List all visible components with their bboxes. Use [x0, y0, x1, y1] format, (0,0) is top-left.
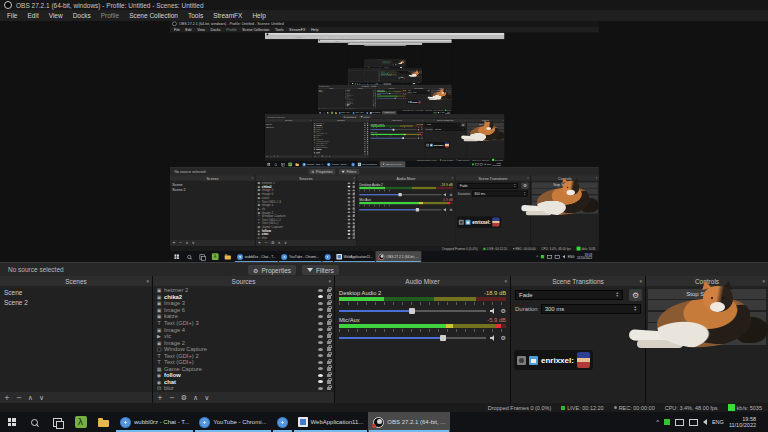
- taskbar-app-chromium[interactable]: [272, 412, 293, 432]
- taskbar-clock[interactable]: 19:5811/10/2022: [729, 416, 756, 429]
- channel-settings-gear-icon[interactable]: ⚙: [450, 192, 453, 196]
- visibility-eye-icon[interactable]: [318, 354, 323, 357]
- task-view-button[interactable]: [196, 251, 209, 262]
- lock-icon[interactable]: [327, 361, 331, 365]
- visibility-eye-icon[interactable]: [364, 141, 366, 142]
- channel-settings-gear-icon[interactable]: ⚙: [501, 334, 506, 341]
- speaker-icon[interactable]: [418, 137, 420, 139]
- lock-icon[interactable]: [327, 341, 331, 345]
- lock-icon[interactable]: [327, 328, 331, 332]
- lock-icon[interactable]: [327, 367, 331, 371]
- visibility-eye-icon[interactable]: [318, 328, 323, 331]
- menu-file[interactable]: File: [171, 28, 182, 32]
- visibility-eye-icon[interactable]: [364, 135, 366, 136]
- speaker-icon[interactable]: [403, 98, 404, 99]
- tray-network-icon[interactable]: [480, 163, 483, 165]
- dock-menu-icon[interactable]: ▾: [762, 278, 765, 284]
- language-indicator[interactable]: ENG: [568, 255, 575, 258]
- scenes-dock-header[interactable]: Scenes▾: [170, 175, 255, 181]
- menu-docks[interactable]: Docks: [208, 28, 224, 32]
- visibility-eye-icon[interactable]: [348, 233, 351, 235]
- taskbar-app-youtube[interactable]: YouTube - Chromi...: [194, 412, 271, 432]
- visibility-eye-icon[interactable]: [318, 289, 323, 292]
- tray-display-icon[interactable]: [547, 255, 552, 259]
- pinned-app-button[interactable]: λ: [209, 251, 222, 262]
- menu-docks[interactable]: Docks: [68, 12, 96, 19]
- tray-green-app-icon[interactable]: [472, 163, 474, 165]
- taskbar-clock[interactable]: 19:5811/10/2022: [492, 162, 500, 166]
- tray-green-app-icon[interactable]: [664, 419, 670, 425]
- speaker-icon[interactable]: [395, 73, 396, 74]
- visibility-eye-icon[interactable]: [318, 387, 323, 390]
- visibility-eye-icon[interactable]: [364, 127, 366, 128]
- visibility-eye-icon[interactable]: [364, 133, 366, 134]
- source-row[interactable]: TText (GDI+) 2: [153, 352, 334, 359]
- lock-icon[interactable]: [353, 186, 355, 188]
- language-indicator[interactable]: ENG: [712, 419, 724, 425]
- visibility-eye-icon[interactable]: [318, 341, 323, 344]
- scene-item[interactable]: Scene: [0, 287, 152, 297]
- channel-settings-gear-icon[interactable]: ⚙: [405, 97, 406, 98]
- volume-slider[interactable]: [339, 310, 486, 312]
- menu-profile[interactable]: Profile: [223, 28, 239, 32]
- tray-display-icon[interactable]: [436, 112, 438, 113]
- lock-icon[interactable]: [353, 237, 355, 239]
- visibility-eye-icon[interactable]: [318, 302, 323, 305]
- sources-dock-header[interactable]: Sources▾: [255, 175, 356, 181]
- taskbar-app-webapplication[interactable]: WebApplication11...: [333, 251, 375, 262]
- visibility-eye-icon[interactable]: [318, 374, 323, 377]
- visibility-eye-icon[interactable]: [364, 149, 366, 150]
- menu-profile[interactable]: Profile: [96, 12, 124, 19]
- scenes-dock-header[interactable]: Scenes▾: [0, 276, 152, 286]
- tray-green-app-icon[interactable]: [434, 112, 435, 113]
- tray-display-icon[interactable]: [475, 163, 478, 165]
- visibility-eye-icon[interactable]: [318, 380, 323, 383]
- visibility-eye-icon[interactable]: [348, 230, 351, 232]
- lock-icon[interactable]: [353, 219, 355, 221]
- language-indicator[interactable]: ENG: [442, 112, 444, 113]
- tray-volume-icon[interactable]: [703, 419, 707, 425]
- menu-tools[interactable]: Tools: [183, 12, 208, 19]
- taskbar-app-obs[interactable]: OBS 27.2.1 (64-bit, ...: [368, 412, 450, 432]
- tray-expand-icon[interactable]: ^: [536, 255, 538, 258]
- preview-canvas[interactable]: [364, 46, 406, 59]
- visibility-eye-icon[interactable]: [348, 201, 351, 203]
- scene-item[interactable]: Scene 2: [265, 125, 312, 128]
- taskbar-app-chat[interactable]: wubbl0rz - Chat - T...: [234, 251, 278, 262]
- visibility-eye-icon[interactable]: [364, 137, 366, 138]
- preview-canvas[interactable]: OBS 27.2.1 (64-bit, windows) - Profile: …: [348, 45, 423, 68]
- visibility-eye-icon[interactable]: [364, 145, 366, 146]
- tray-volume-icon[interactable]: [563, 255, 565, 258]
- channel-settings-gear-icon[interactable]: ⚙: [421, 137, 423, 139]
- search-button[interactable]: [23, 412, 46, 432]
- visibility-eye-icon[interactable]: [318, 367, 323, 370]
- scene-item[interactable]: Scene 2: [0, 297, 152, 307]
- tray-network-icon[interactable]: [689, 419, 698, 426]
- taskbar-app-webapplication[interactable]: WebApplication11...: [293, 412, 369, 432]
- tray-network-icon[interactable]: [438, 112, 440, 113]
- dock-menu-icon[interactable]: ▾: [527, 176, 528, 179]
- language-indicator[interactable]: ENG: [487, 163, 491, 165]
- visibility-eye-icon[interactable]: [348, 237, 351, 239]
- properties-button[interactable]: ⚙Properties: [248, 265, 296, 275]
- lock-icon[interactable]: [327, 289, 331, 293]
- tray-volume-icon[interactable]: [484, 163, 485, 165]
- sources-dock-header[interactable]: Sources▾: [153, 276, 334, 286]
- visibility-eye-icon[interactable]: [348, 182, 351, 184]
- dock-menu-icon[interactable]: ▾: [504, 278, 507, 284]
- visibility-eye-icon[interactable]: [364, 131, 366, 132]
- taskbar-app-youtube[interactable]: YouTube - Chromi...: [278, 251, 321, 262]
- volume-slider[interactable]: [371, 138, 417, 139]
- lock-icon[interactable]: [353, 193, 355, 195]
- lock-icon[interactable]: [327, 334, 331, 338]
- visibility-eye-icon[interactable]: [348, 222, 351, 224]
- speaker-icon[interactable]: [418, 129, 420, 131]
- source-row[interactable]: ◉follow: [153, 372, 334, 379]
- visibility-eye-icon[interactable]: [348, 193, 351, 195]
- menu-streamfx[interactable]: StreamFX: [208, 12, 247, 19]
- scene-item[interactable]: Scene 2: [348, 72, 363, 73]
- source-row[interactable]: TText (GDI+) 3: [153, 320, 334, 327]
- lock-icon[interactable]: [327, 374, 331, 378]
- source-row[interactable]: ▦Game Capture: [153, 366, 334, 373]
- start-button[interactable]: [0, 412, 23, 432]
